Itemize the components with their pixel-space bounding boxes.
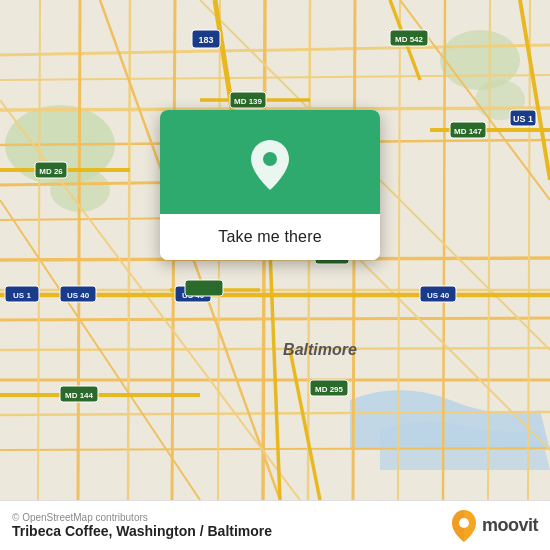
location-name: Tribeca Coffee, Washington / Baltimore: [12, 523, 272, 539]
svg-text:US 1: US 1: [13, 291, 31, 300]
bottom-bar: © OpenStreetMap contributors Tribeca Cof…: [0, 500, 550, 550]
svg-text:US 1: US 1: [513, 114, 533, 124]
svg-text:MD 26: MD 26: [39, 167, 63, 176]
svg-point-3: [440, 30, 520, 90]
svg-text:183: 183: [198, 35, 213, 45]
svg-point-78: [459, 518, 469, 528]
svg-line-19: [78, 0, 80, 500]
svg-text:MD 295: MD 295: [315, 385, 344, 394]
svg-text:US 40: US 40: [427, 291, 450, 300]
svg-text:MD 147: MD 147: [454, 127, 483, 136]
svg-text:MD 542: MD 542: [395, 35, 424, 44]
svg-point-77: [263, 152, 277, 166]
bottom-left: © OpenStreetMap contributors Tribeca Cof…: [12, 512, 272, 539]
moovit-text: moovit: [482, 515, 538, 536]
svg-text:MD 139: MD 139: [234, 97, 263, 106]
map-container: 183 US 1 MD 26 MD 147 MD 139 US 1 US 40 …: [0, 0, 550, 500]
svg-text:Baltimore: Baltimore: [283, 341, 357, 358]
svg-rect-75: [185, 280, 223, 296]
take-me-there-button[interactable]: Take me there: [160, 214, 380, 260]
svg-text:US 40: US 40: [67, 291, 90, 300]
svg-text:MD 144: MD 144: [65, 391, 94, 400]
popup-card: Take me there: [160, 110, 380, 260]
popup-green-area: [160, 110, 380, 214]
location-pin-icon: [246, 138, 294, 192]
moovit-pin-icon: [450, 509, 478, 543]
moovit-logo[interactable]: moovit: [450, 509, 538, 543]
osm-credit: © OpenStreetMap contributors: [12, 512, 272, 523]
svg-line-13: [0, 318, 550, 320]
